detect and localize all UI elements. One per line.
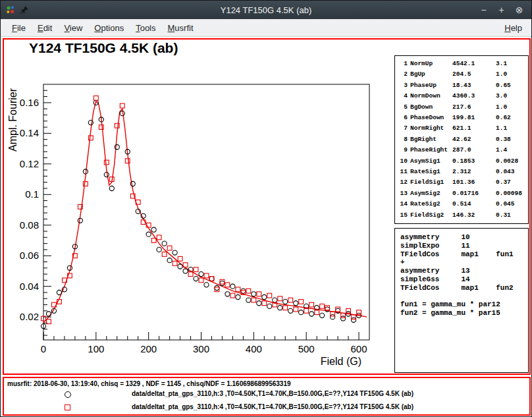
param-row: 4NormDown4360.33.0 <box>398 91 528 101</box>
data-point-circle <box>183 269 188 273</box>
x-tick-label: 300 <box>193 343 209 354</box>
window-buttons: −+⊗ <box>478 1 525 19</box>
menu-edit[interactable]: Edit <box>32 23 58 33</box>
legend-label: data/deltat_pta_gps_3110,h:3 ,T0=4.50K,T… <box>132 390 413 397</box>
fit-curve <box>43 101 367 323</box>
app-icon[interactable] <box>5 5 16 15</box>
x-tick-label: 500 <box>298 343 315 354</box>
data-point-square <box>104 160 109 165</box>
data-point-square <box>194 267 198 272</box>
canvas-main-pad[interactable]: Y124 TF150G 4.5K (ab) 010020030040050060… <box>3 38 531 375</box>
x-tick-label: 100 <box>88 343 104 354</box>
data-point-circle <box>167 258 172 263</box>
data-point-square <box>178 256 182 261</box>
y-tick-label: 0.08 <box>20 219 39 231</box>
param-row: 11RateSig12.3120.043 <box>398 167 528 177</box>
menu-view[interactable]: View <box>58 23 88 33</box>
x-axis-title: Field (G) <box>321 356 361 367</box>
data-point-square <box>267 293 272 298</box>
minimize-button[interactable]: − <box>478 5 489 16</box>
data-point-square <box>299 300 304 304</box>
data-point-circle <box>309 312 314 316</box>
theory-line: TFieldCos map1 fun1 <box>400 250 528 259</box>
data-point-square <box>162 252 167 256</box>
data-point-circle <box>157 247 161 252</box>
x-tick-label: 0 <box>41 343 46 354</box>
menu-tools[interactable]: Tools <box>130 23 161 33</box>
param-box[interactable]: 1NormUp4542.13.12BgUp204.51.03PhaseUp18.… <box>394 55 529 224</box>
param-row: 5BgDown217.61.0 <box>398 102 528 113</box>
x-tick-label: 200 <box>140 343 157 354</box>
data-point-circle <box>209 276 214 281</box>
data-point-square <box>88 136 93 140</box>
y-tick-label: 0.16 <box>20 97 39 108</box>
data-point-circle <box>57 290 61 294</box>
close-button[interactable]: ⊗ <box>514 5 525 16</box>
data-point-circle <box>320 313 325 318</box>
data-point-square <box>320 304 325 308</box>
param-row: 8BgRight42.620.38 <box>398 134 528 145</box>
maximize-button[interactable]: + <box>496 5 507 16</box>
y-tick-label: 0.12 <box>20 158 39 169</box>
legend-entry: data/deltat_pta_gps_3110,h:3 ,T0=4.50K,T… <box>4 387 529 401</box>
theory-line: + <box>400 258 528 267</box>
data-point-circle <box>252 292 256 296</box>
param-row: 14RateSig20.5140.045 <box>398 199 528 209</box>
data-point-square <box>236 287 240 292</box>
data-point-square <box>304 308 309 313</box>
theory-box[interactable]: asymmetry 10simplExpo 11TFieldCos map1 f… <box>394 228 529 373</box>
data-point-circle <box>241 289 246 293</box>
data-point-circle <box>257 301 261 306</box>
x-tick-label: 400 <box>246 343 262 354</box>
data-point-circle <box>104 172 109 177</box>
menu-options[interactable]: Options <box>88 23 130 33</box>
app-window: Y124 TF150G 4.5K (ab) −+⊗ FileEditViewOp… <box>0 0 532 417</box>
window-title: Y124 TF150G 4.5K (ab) <box>221 5 312 15</box>
param-row: 7NormRight621.11.1 <box>398 123 528 134</box>
title-bar: Y124 TF150G 4.5K (ab) −+⊗ <box>1 1 531 19</box>
menu-musrfit[interactable]: Musrfit <box>162 23 200 33</box>
data-point-circle <box>146 232 151 236</box>
data-point-square <box>93 96 98 101</box>
data-point-circle <box>267 304 272 308</box>
canvas-info-pad[interactable]: musrfit: 2018-06-30, 13:19:40, chisq = 1… <box>3 377 531 416</box>
y-tick-label: 0.1 <box>25 188 39 200</box>
theory-line: asymmetry 13 <box>400 267 528 275</box>
data-point-circle <box>194 276 198 281</box>
data-point-circle <box>340 316 345 321</box>
data-point-circle <box>130 181 135 186</box>
theory-line: fun2 = gamma_mu * par15 <box>400 309 528 318</box>
data-point-square <box>188 272 193 277</box>
param-row: 9PhaseRight287.01.4 <box>398 145 528 155</box>
legend-label: data/deltat_pta_gps_3110,h:4 ,T0=4.50K,T… <box>132 403 413 410</box>
pin-icon[interactable] <box>20 5 29 14</box>
param-row: 12FieldSig1101.360.37 <box>398 177 528 188</box>
data-point-circle <box>173 250 177 255</box>
data-point-circle <box>115 145 119 150</box>
menu-help[interactable]: Help <box>500 23 526 33</box>
data-point-circle <box>178 264 182 269</box>
fit-stats: musrfit: 2018-06-30, 13:19:40, chisq = 1… <box>7 380 291 387</box>
param-row: 10AsymSig10.18530.0028 <box>398 156 528 167</box>
data-point-circle <box>278 306 282 310</box>
data-point-square <box>278 296 282 301</box>
data-point-square <box>283 306 288 310</box>
data-point-square <box>199 278 203 283</box>
legend: data/deltat_pta_gps_3110,h:3 ,T0=4.50K,T… <box>4 387 529 414</box>
param-row: 1NormUp4542.13.1 <box>398 59 528 69</box>
data-point-circle <box>299 310 304 315</box>
data-point-square <box>257 292 261 296</box>
param-row: 13AsymSig20.017160.00098 <box>398 188 528 199</box>
param-row: 6PhaseDown199.810.62 <box>398 113 528 123</box>
data-point-circle <box>220 281 225 285</box>
data-point-square <box>230 293 235 298</box>
menu-bar: FileEditViewOptionsToolsMusrfit Help <box>1 19 531 37</box>
data-point-square <box>288 298 293 302</box>
data-point-circle <box>162 241 167 246</box>
menu-file[interactable]: File <box>6 23 32 33</box>
data-point-circle <box>351 318 356 322</box>
theory-line: simplExpo 11 <box>400 242 528 250</box>
y-tick-label: 0.02 <box>20 311 39 322</box>
theory-line <box>400 292 528 301</box>
data-point-square <box>173 261 177 265</box>
